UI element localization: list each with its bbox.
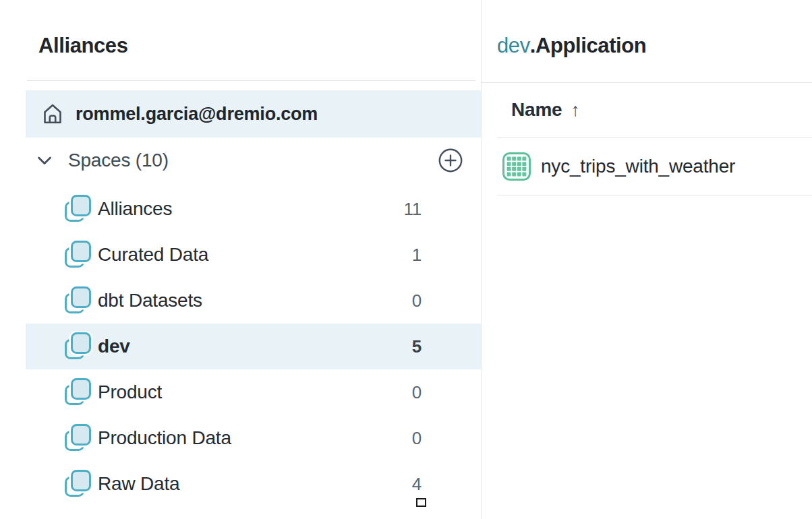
space-item-count: 5 [412,336,422,357]
space-item-raw-data[interactable]: Raw Data 4 [26,461,481,507]
space-item-label: Product [98,381,162,403]
breadcrumb: dev.Application [497,34,646,58]
sort-ascending-icon: ↑ [571,100,579,121]
space-item-count: 0 [412,428,422,449]
space-item-curated-data[interactable]: Curated Data 1 [26,232,481,278]
space-item-count: 11 [403,199,422,220]
space-item-count: 0 [412,382,422,403]
space-icon [64,469,92,499]
home-item[interactable]: rommel.garcia@dremio.com [26,90,481,138]
spaces-section-header[interactable]: Spaces (10) [26,143,481,178]
space-list: Alliances 11 Curated Data 1 [26,186,481,507]
space-item-dev[interactable]: dev 5 [26,324,481,369]
dataset-name: nyc_trips_with_weather [541,156,735,177]
space-item-label: Production Data [98,427,231,449]
space-item-production-data[interactable]: Production Data 0 [26,415,481,461]
column-label: Name [511,99,562,121]
breadcrumb-context[interactable]: dev [497,34,530,57]
app-window: Alliances rommel.garcia@dremio.com Space… [0,0,812,519]
space-item-count: 4 [412,474,422,495]
space-icon [64,332,92,361]
header-divider [482,82,812,83]
home-label: rommel.garcia@dremio.com [76,104,318,125]
space-icon [64,240,92,270]
space-item-count: 0 [412,291,422,311]
home-icon [40,102,65,126]
plus-circle-icon [438,165,463,175]
add-space-button[interactable] [438,148,463,173]
space-icon [64,286,92,315]
breadcrumb-current-title: Application [535,34,646,57]
space-item-dbt-datasets[interactable]: dbt Datasets 0 [26,278,481,324]
spaces-section-label: Spaces (10) [68,150,169,171]
space-icon [64,194,92,224]
space-icon [64,423,92,453]
dataset-table: nyc_trips_with_weather [482,137,812,195]
title-divider [27,80,475,81]
space-item-label: dev [98,336,130,357]
space-item-label: dbt Datasets [98,290,202,311]
catalog-sidebar: Alliances rommel.garcia@dremio.com Space… [0,0,481,519]
breadcrumb-separator: . [530,34,535,57]
chevron-down-icon[interactable] [37,156,52,166]
space-item-product[interactable]: Product 0 [26,369,481,415]
space-item-label: Raw Data [98,473,179,495]
page-title: Alliances [38,34,128,58]
catalog-main-panel: dev.Application Name ↑ [482,0,812,519]
space-item-alliances[interactable]: Alliances 11 [26,186,481,232]
column-header-name[interactable]: Name ↑ [511,93,580,127]
space-item-count: 1 [412,245,422,266]
space-icon [64,377,92,407]
dataset-table-icon [502,152,531,181]
space-item-label: Curated Data [98,244,208,266]
caret-artifact-square [416,498,426,507]
space-item-label: Alliances [98,198,172,220]
dataset-row[interactable]: nyc_trips_with_weather [482,137,812,195]
